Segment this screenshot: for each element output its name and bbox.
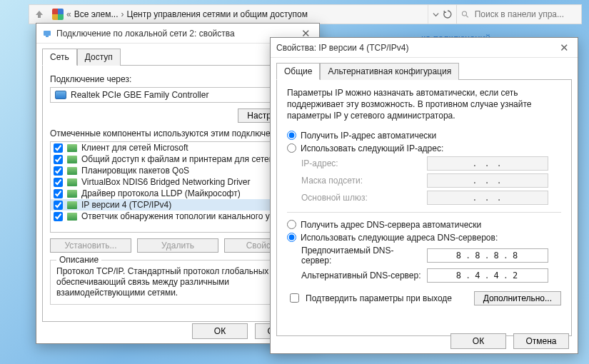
item-checkbox[interactable] bbox=[54, 166, 63, 176]
dialog-title: Подключение по локальной сети 2: свойств… bbox=[56, 29, 235, 39]
component-icon bbox=[67, 144, 77, 152]
list-item[interactable]: Общий доступ к файлам и принтерам для се… bbox=[51, 153, 306, 165]
component-icon bbox=[67, 201, 77, 209]
remove-button[interactable]: Удалить bbox=[137, 238, 218, 253]
ok-button[interactable]: ОК bbox=[450, 333, 506, 349]
subnet-mask-field: ... bbox=[427, 173, 548, 188]
dns-alt-field[interactable]: 8. 4. 4. 2 bbox=[427, 268, 548, 283]
control-panel-icon bbox=[52, 9, 64, 20]
conn-through-label: Подключение через: bbox=[50, 74, 306, 84]
description-group: Описание Протокол TCP/IP. Стандартный пр… bbox=[50, 260, 306, 305]
search-icon bbox=[461, 10, 469, 19]
component-icon bbox=[67, 213, 77, 221]
dns-auto-label: Получить адрес DNS-сервера автоматически bbox=[301, 220, 481, 230]
octet: 8 bbox=[513, 251, 519, 261]
gateway-label: Основной шлюз: bbox=[301, 193, 421, 203]
nic-icon bbox=[55, 91, 66, 99]
component-label: Ответчик обнаружения топологии канальног… bbox=[81, 211, 283, 221]
ok-button[interactable]: ОК bbox=[192, 323, 248, 339]
octet: 8 bbox=[456, 271, 463, 280]
search-box[interactable] bbox=[456, 5, 581, 24]
tabs: Общие Альтернативная конфигурация bbox=[271, 58, 578, 79]
component-icon bbox=[67, 178, 77, 186]
install-button[interactable]: Установить... bbox=[50, 238, 131, 253]
crumb-all[interactable]: Все элем... bbox=[74, 9, 119, 19]
crumb-network-center[interactable]: Центр управления сетями и общим доступом bbox=[127, 9, 308, 19]
description-legend: Описание bbox=[56, 255, 101, 265]
address-refresh[interactable] bbox=[428, 5, 456, 24]
validate-checkbox[interactable] bbox=[290, 293, 299, 303]
ip-manual-label: Использовать следующий IP-адрес: bbox=[301, 143, 443, 153]
up-arrow-icon bbox=[34, 9, 44, 19]
dns-alt-label: Альтернативный DNS-сервер: bbox=[301, 271, 421, 280]
advanced-button[interactable]: Дополнительно... bbox=[474, 291, 561, 305]
cancel-button[interactable]: Отмена bbox=[513, 333, 569, 349]
component-icon bbox=[67, 190, 77, 198]
item-checkbox[interactable] bbox=[54, 143, 63, 153]
validate-label: Подтвердить параметры при выходе bbox=[306, 293, 452, 303]
crumb-sep-icon: « bbox=[66, 9, 71, 19]
component-label: IP версии 4 (TCP/IPv4) bbox=[81, 200, 171, 210]
refresh-icon bbox=[443, 10, 452, 19]
item-checkbox[interactable] bbox=[54, 201, 63, 210]
dns-manual-label: Использовать следующие адреса DNS-сервер… bbox=[301, 233, 498, 243]
octet: 8 bbox=[475, 251, 481, 261]
component-icon bbox=[67, 167, 77, 175]
dialog-footer: ОК Отмена bbox=[450, 333, 569, 349]
component-label: Клиент для сетей Microsoft bbox=[81, 143, 188, 153]
list-item[interactable]: Клиент для сетей Microsoft bbox=[51, 142, 306, 153]
component-label: Драйвер протокола LLDP (Майкрософт) bbox=[81, 188, 241, 198]
svg-rect-2 bbox=[44, 31, 51, 36]
svg-line-1 bbox=[466, 16, 468, 18]
components-label: Отмеченные компоненты используются этим … bbox=[50, 128, 306, 138]
tab-network[interactable]: Сеть bbox=[42, 49, 77, 66]
dns-manual-radio[interactable] bbox=[287, 233, 296, 242]
dns-pref-label: Предпочитаемый DNS-сервер: bbox=[301, 246, 421, 266]
ip-address-field: ... bbox=[427, 156, 548, 171]
item-checkbox[interactable] bbox=[54, 178, 63, 187]
octet: 8 bbox=[494, 251, 500, 261]
adapter-name: Realtek PCIe GBE Family Controller bbox=[71, 90, 208, 100]
info-text: Параметры IP можно назначать автоматичес… bbox=[287, 87, 561, 122]
description-text: Протокол TCP/IP. Стандартный протокол гл… bbox=[56, 266, 299, 298]
ip-auto-radio[interactable] bbox=[287, 131, 296, 140]
search-input[interactable] bbox=[473, 9, 577, 20]
gateway-field: ... bbox=[427, 191, 548, 205]
item-checkbox[interactable] bbox=[54, 155, 63, 164]
svg-rect-3 bbox=[46, 36, 49, 37]
component-label: Общий доступ к файлам и принтерам для се… bbox=[81, 154, 282, 164]
octet: 8 bbox=[456, 251, 463, 261]
octet: 2 bbox=[513, 271, 519, 280]
item-checkbox[interactable] bbox=[54, 189, 63, 198]
component-label: VirtualBox NDIS6 Bridged Networking Driv… bbox=[81, 177, 251, 187]
tab-alt-config[interactable]: Альтернативная конфигурация bbox=[320, 63, 459, 80]
explorer-address-bar: « Все элем... › Центр управления сетями … bbox=[29, 4, 582, 24]
ipv4-properties-dialog: Свойства: IP версии 4 (TCP/IPv4) ✕ Общие… bbox=[270, 37, 578, 354]
close-icon[interactable]: ✕ bbox=[557, 41, 572, 54]
list-item[interactable]: IP версии 4 (TCP/IPv4) bbox=[51, 199, 306, 211]
separator bbox=[287, 212, 561, 213]
tab-access[interactable]: Доступ bbox=[77, 49, 121, 66]
nav-up-button[interactable] bbox=[29, 5, 49, 24]
component-icon bbox=[67, 156, 77, 163]
ip-manual-radio[interactable] bbox=[287, 143, 296, 153]
adapter-icon bbox=[42, 29, 52, 39]
octet: 4 bbox=[494, 271, 500, 280]
subnet-mask-label: Маска подсети: bbox=[301, 176, 421, 186]
tab-general[interactable]: Общие bbox=[276, 63, 320, 80]
ip-auto-label: Получить IP-адрес автоматически bbox=[301, 131, 436, 141]
dns-pref-field[interactable]: 8. 8. 8. 8 bbox=[427, 248, 548, 263]
dns-auto-radio[interactable] bbox=[287, 220, 296, 229]
chevron-down-icon bbox=[433, 11, 439, 18]
dialog-title: Свойства: IP версии 4 (TCP/IPv4) bbox=[276, 43, 409, 53]
list-item[interactable]: Планировщик пакетов QoS bbox=[51, 165, 306, 176]
list-item[interactable]: VirtualBox NDIS6 Bridged Networking Driv… bbox=[51, 176, 306, 188]
list-item[interactable]: Ответчик обнаружения топологии канальног… bbox=[51, 211, 306, 222]
adapter-field[interactable]: Realtek PCIe GBE Family Controller bbox=[50, 87, 306, 103]
dialog-titlebar[interactable]: Свойства: IP версии 4 (TCP/IPv4) ✕ bbox=[271, 38, 578, 58]
octet: 4 bbox=[475, 271, 481, 280]
components-listbox[interactable]: Клиент для сетей Microsoft Общий доступ … bbox=[50, 141, 306, 233]
list-item[interactable]: Драйвер протокола LLDP (Майкрософт) bbox=[51, 188, 306, 199]
item-checkbox[interactable] bbox=[54, 212, 63, 221]
breadcrumb[interactable]: « Все элем... › Центр управления сетями … bbox=[49, 9, 428, 20]
